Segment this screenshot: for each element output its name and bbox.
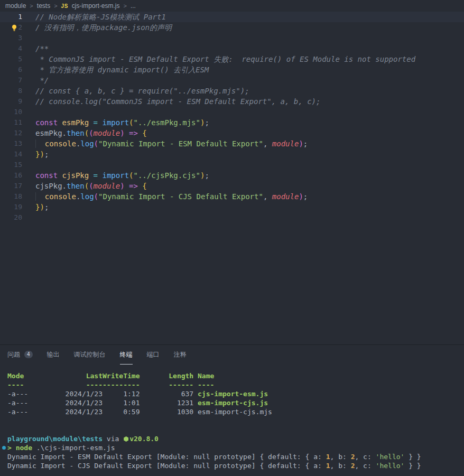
code-line[interactable]: 7 */ [0, 75, 464, 86]
lightbulb-icon[interactable] [11, 24, 18, 31]
line-number: 8 [0, 86, 22, 96]
code-token: module [272, 192, 299, 201]
code-token [125, 182, 129, 190]
code-line[interactable]: 17cjsPkg.then((module) => { [0, 181, 464, 191]
code-token: ; [44, 150, 49, 158]
tab-label: 问题 [7, 350, 20, 359]
tab-problems[interactable]: 问题 4 [7, 345, 33, 365]
code-text: }); [22, 202, 49, 212]
code-text: /** [22, 43, 49, 54]
code-token: // Node解析策略-JS模块测试 Part1 [35, 13, 166, 21]
code-token: const [35, 118, 58, 127]
code-line[interactable]: 11const esmPkg = import("../esmPkg.mjs")… [0, 117, 464, 128]
code-text: const cjsPkg = import("../cjsPkg.cjs"); [22, 170, 209, 181]
code-token: ) [299, 192, 303, 201]
code-token: { [142, 182, 146, 190]
editor-lines: 1// Node解析策略-JS模块测试 Part12/ 没有指明，使用packa… [0, 12, 464, 223]
code-line[interactable]: 18 console.log("Dynamic Import - CJS Def… [0, 191, 464, 202]
code-token: ; [303, 139, 308, 148]
code-text: // console.log("CommonJS import - ESM De… [22, 96, 320, 107]
code-line[interactable]: 3 [0, 33, 464, 43]
line-number: 18 [0, 191, 22, 202]
tab-comments[interactable]: 注释 [174, 345, 187, 365]
code-line[interactable]: 10 [0, 107, 464, 117]
breadcrumb-item-tests[interactable]: tests [37, 2, 50, 10]
terminal-text: playground\module\tests [7, 435, 103, 443]
tab-terminal[interactable]: 终端 [120, 345, 133, 365]
code-token: const [35, 171, 58, 180]
line-number: 4 [0, 43, 22, 54]
code-token: console [45, 139, 76, 148]
code-line[interactable]: 20 [0, 212, 464, 223]
code-text [22, 160, 35, 170]
code-token: ( [129, 118, 133, 127]
code-line[interactable]: 5 * CommonJS import - ESM Default Export… [0, 54, 464, 64]
terminal-text: } } [404, 462, 421, 470]
tab-label: 终端 [120, 350, 133, 359]
code-token: ( [89, 182, 93, 190]
code-token: ) [40, 150, 44, 158]
code-token: console [45, 192, 76, 201]
panel-tab-bar: 问题 4 输出 调试控制台 终端 端口 注释 [0, 345, 464, 365]
breadcrumb-item-module[interactable]: module [5, 2, 26, 10]
line-number: 15 [0, 160, 22, 170]
problems-count-badge: 4 [24, 351, 33, 358]
code-token: . [62, 129, 67, 137]
code-line[interactable]: 8// const { a, b, c } = require("../esmP… [0, 86, 464, 96]
code-token: ( [94, 192, 98, 201]
code-text: }); [22, 149, 49, 160]
output-line: Dynamic Import - ESM Default Export [Mod… [7, 452, 464, 461]
code-line[interactable]: 13 console.log("Dynamic Import - ESM Def… [0, 138, 464, 149]
line-number: 1 [0, 12, 22, 22]
terminal-text: esm-import-cjs.js [198, 399, 268, 407]
code-line[interactable]: 12esmPkg.then((module) => { [0, 128, 464, 138]
code-token [267, 139, 272, 148]
tab-label: 调试控制台 [74, 350, 106, 359]
terminal-output[interactable]: Mode LastWriteTime Length Name---- -----… [0, 365, 464, 470]
command-line: > node .\cjs-import-esm.js [7, 443, 464, 452]
breadcrumb-item-symbol[interactable]: ... [131, 2, 136, 10]
breadcrumb: module > tests > JS cjs-import-esm.js > … [0, 0, 464, 12]
code-text: * 官方推荐使用 dynamic import() 去引入ESM [22, 64, 209, 75]
tab-ports[interactable]: 端口 [147, 345, 160, 365]
indent-guide [35, 139, 45, 148]
tab-debug-console[interactable]: 调试控制台 [74, 345, 106, 365]
code-token: ; [205, 171, 209, 180]
code-text: */ [22, 75, 49, 86]
code-line[interactable]: 15 [0, 160, 464, 170]
code-token: ; [205, 118, 209, 127]
code-line[interactable]: 4/** [0, 43, 464, 54]
code-line[interactable]: 2/ 没有指明，使用package.json的声明 [0, 22, 464, 33]
code-token: // console.log("CommonJS import - ESM De… [35, 97, 320, 106]
tab-label: 注释 [174, 350, 187, 359]
code-line[interactable]: 1// Node解析策略-JS模块测试 Part1 [0, 12, 464, 22]
terminal-text: 'hello' [376, 462, 405, 470]
code-text: console.log("Dynamic Import - CJS Defaul… [22, 191, 308, 202]
line-number: 9 [0, 96, 22, 107]
code-line[interactable]: 19}); [0, 202, 464, 212]
tab-output[interactable]: 输出 [47, 345, 60, 365]
code-editor[interactable]: 1// Node解析策略-JS模块测试 Part12/ 没有指明，使用packa… [0, 12, 464, 344]
code-token: => [129, 129, 138, 137]
code-text [22, 212, 35, 223]
code-text: console.log("Dynamic Import - ESM Defaul… [22, 138, 308, 149]
terminal-text: , b: [330, 462, 350, 470]
terminal-text: Dynamic Import - ESM Default Export [Mod… [7, 453, 326, 461]
line-number: 3 [0, 33, 22, 43]
code-token: ; [303, 192, 308, 201]
table-row: -a--- 2024/1/23 1:01 1231 esm-import-cjs… [7, 398, 464, 407]
code-token: / 没有指明，使用package.json的声明 [35, 23, 172, 32]
terminal-text: cjs-import-esm.js [198, 390, 268, 398]
code-line[interactable]: 14}); [0, 149, 464, 160]
indent-guide [35, 192, 45, 201]
command-decoration-icon[interactable] [2, 446, 6, 450]
code-line[interactable]: 16const cjsPkg = import("../cjsPkg.cjs")… [0, 170, 464, 181]
code-text: // Node解析策略-JS模块测试 Part1 [22, 12, 166, 22]
code-token: ; [44, 203, 49, 211]
code-token: ( [89, 129, 93, 137]
code-line[interactable]: 6 * 官方推荐使用 dynamic import() 去引入ESM [0, 64, 464, 75]
code-token: => [129, 182, 138, 190]
code-line[interactable]: 9// console.log("CommonJS import - ESM D… [0, 96, 464, 107]
breadcrumb-item-file[interactable]: cjs-import-esm.js [72, 2, 120, 10]
code-token: log [80, 139, 94, 148]
